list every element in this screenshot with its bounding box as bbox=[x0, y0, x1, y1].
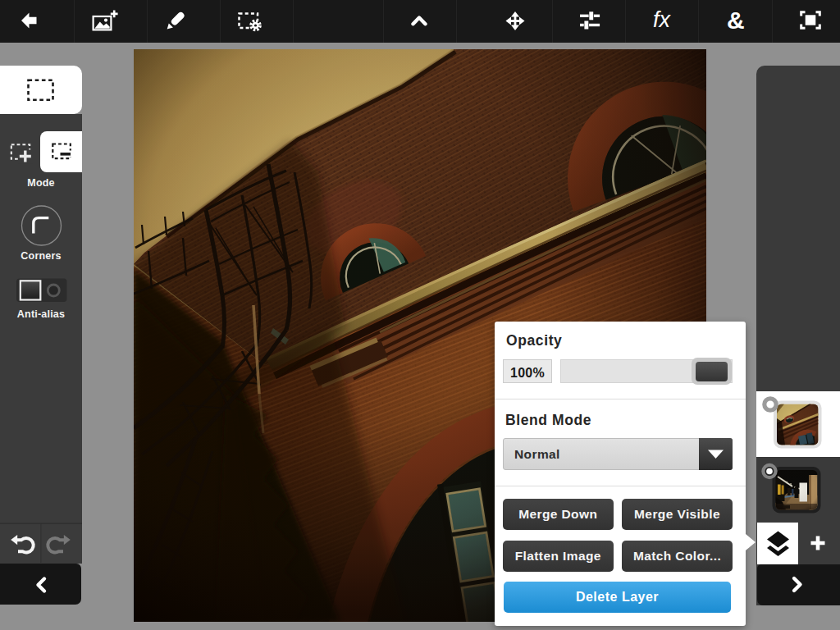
svg-text:fx: fx bbox=[653, 7, 672, 32]
svg-text:&: & bbox=[727, 7, 745, 34]
